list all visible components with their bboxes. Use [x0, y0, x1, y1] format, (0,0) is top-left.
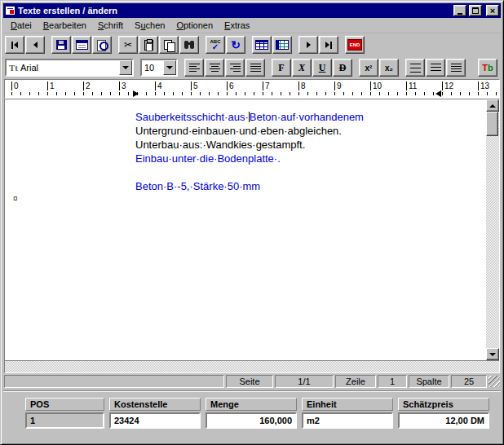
text-line[interactable] — [135, 166, 481, 180]
panel-divider — [3, 390, 501, 392]
exit-icon: END — [347, 39, 363, 51]
find-icon — [184, 41, 194, 49]
previous-record-button[interactable] — [25, 36, 45, 54]
menu-item-datei[interactable]: Datei — [5, 19, 38, 33]
font-size-value: 10 — [144, 63, 161, 73]
superscript-button[interactable]: x² — [359, 59, 378, 77]
underline-button[interactable]: U — [312, 59, 332, 77]
ruler-number: 8 — [298, 82, 306, 90]
last-record-icon — [325, 42, 332, 49]
strikethrough-icon: D — [339, 62, 347, 74]
last-record-button[interactable] — [319, 36, 338, 54]
field-value-kostenstelle[interactable]: 23424 — [109, 412, 201, 429]
text-page[interactable]: ¤ Sauberkeitsschicht·aus·Beton·auf·vorha… — [5, 99, 486, 360]
close-button[interactable]: × — [486, 5, 499, 16]
underline-icon: U — [319, 62, 326, 74]
cut-button[interactable]: ✂ — [118, 36, 138, 54]
text-line[interactable]: Einbau·unter·die·Bodenplatte·. — [135, 152, 481, 166]
menu-item-schrift[interactable]: Schrift — [92, 19, 129, 33]
size-dropdown-button[interactable] — [163, 60, 176, 75]
form-view-button[interactable] — [72, 36, 91, 54]
text-line[interactable]: Untergrund·einbauen·und·eben·abgleichen. — [135, 125, 481, 139]
field-value-einheit[interactable]: m2 — [302, 412, 393, 429]
first-record-icon — [11, 42, 18, 49]
menu-item-bearbeiten[interactable]: Bearbeiten — [38, 19, 92, 33]
font-dropdown-button[interactable] — [119, 60, 132, 75]
refresh-button[interactable]: ↻ — [226, 36, 245, 54]
font-size-select[interactable]: 10 — [140, 59, 178, 77]
align-justify-button[interactable] — [245, 59, 265, 77]
font-select[interactable]: Tt Arial — [5, 59, 134, 77]
record-fields: POS1Kostenstelle23424Menge160,000Einheit… — [3, 393, 501, 442]
style-group: F X U D — [272, 59, 352, 77]
bold-button[interactable]: F — [272, 59, 291, 77]
save-button[interactable] — [51, 36, 71, 54]
align-right-icon — [230, 63, 241, 73]
menu-item-extras[interactable]: Extras — [219, 19, 255, 33]
exit-button[interactable]: END — [345, 36, 365, 54]
app-window: Texte erstellen / ändern × DateiBearbeit… — [0, 0, 504, 445]
script-group: x² x₂ — [359, 59, 399, 77]
toolbar-group: END — [345, 36, 365, 54]
align-left-button[interactable] — [184, 59, 204, 77]
chevron-down-icon — [122, 66, 129, 69]
field-value-menge[interactable]: 160,000 — [206, 412, 297, 429]
paste-button[interactable] — [139, 36, 158, 54]
scrollbar-track[interactable] — [486, 112, 499, 348]
vertical-scrollbar[interactable] — [486, 99, 499, 360]
align-right-button[interactable] — [225, 59, 245, 77]
next-record-button[interactable] — [298, 36, 318, 54]
text-line[interactable]: Sauberkeitsschicht·aus·Beton·auf·vorhand… — [135, 111, 481, 125]
status-page-label: Seite — [226, 375, 273, 388]
text-color-icon: Tb — [482, 63, 493, 73]
field-label-menge: Menge — [206, 398, 297, 411]
format-bar: Tt Arial 10 F X U D — [3, 56, 501, 79]
status-message — [4, 375, 224, 388]
italic-icon: X — [298, 62, 305, 74]
scroll-down-button[interactable] — [486, 348, 499, 360]
ruler-number: 13 — [478, 82, 489, 90]
status-bar: Seite 1/1 Zeile 1 Spalte 25 — [3, 373, 501, 390]
field-value-pos: 1 — [25, 412, 104, 429]
maximize-button[interactable] — [469, 5, 482, 16]
italic-button[interactable]: X — [292, 59, 312, 77]
menu-item-suchen[interactable]: Suchen — [129, 19, 170, 33]
text-color-button[interactable]: Tb — [478, 59, 497, 77]
form-view-icon — [76, 40, 88, 50]
first-record-button[interactable] — [5, 36, 24, 54]
horizontal-scrollbar[interactable] — [5, 360, 499, 372]
subscript-button[interactable]: x₂ — [379, 59, 399, 77]
previous-record-icon — [33, 42, 38, 48]
scroll-up-button[interactable] — [486, 99, 499, 112]
line-spacing-medium-button[interactable] — [426, 59, 445, 77]
status-page-value: 1/1 — [275, 375, 334, 388]
copy-button[interactable] — [159, 36, 179, 54]
resize-grip[interactable] — [489, 376, 500, 387]
line-spacing-dense-button[interactable] — [446, 59, 466, 77]
refresh-icon: ↻ — [231, 39, 241, 51]
table-values-button[interactable] — [272, 36, 292, 54]
arrow-up-icon — [489, 104, 496, 108]
strikethrough-button[interactable]: D — [333, 59, 352, 77]
text-line[interactable]: Unterbau·aus:·Wandkies·gestampft. — [135, 139, 481, 152]
find-button[interactable] — [179, 36, 199, 54]
ruler-number: 12 — [442, 82, 453, 90]
line-spacing-single-button[interactable] — [405, 59, 425, 77]
toolbar-group — [298, 36, 338, 54]
zoom-button[interactable] — [92, 36, 112, 54]
ruler-number: 2 — [83, 82, 91, 90]
align-center-button[interactable] — [205, 59, 224, 77]
minimize-button[interactable] — [453, 5, 466, 16]
toolbar-group — [252, 36, 292, 54]
indent-marker-left[interactable] — [133, 90, 139, 97]
line-spacing-dense-icon — [451, 64, 462, 73]
text-line[interactable]: Beton·B·-5,·Stärke·50·mm — [135, 180, 481, 194]
spellcheck-button[interactable]: ABC✓ — [206, 36, 225, 54]
table-button[interactable] — [252, 36, 272, 54]
scrollbar-thumb[interactable] — [486, 112, 498, 136]
superscript-icon: x² — [365, 64, 373, 73]
menu-item-optionen[interactable]: Optionen — [170, 19, 219, 33]
title-bar[interactable]: Texte erstellen / ändern × — [3, 3, 501, 18]
indent-marker-right[interactable] — [435, 90, 441, 97]
field-value-schaetzpreis[interactable]: 12,00 DM — [398, 412, 489, 429]
